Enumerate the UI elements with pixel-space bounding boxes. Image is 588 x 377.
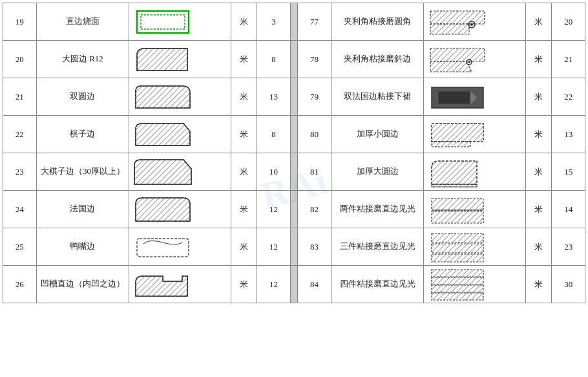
right-price: 22 <box>552 78 585 116</box>
left-price: 3 <box>257 3 291 41</box>
divider <box>290 228 297 266</box>
right-num: 79 <box>298 78 331 116</box>
left-img <box>129 228 231 266</box>
divider <box>290 266 297 303</box>
left-unit: 米 <box>231 153 257 191</box>
left-img <box>129 266 231 303</box>
right-img <box>424 153 526 191</box>
left-unit: 米 <box>231 41 257 78</box>
svg-rect-3 <box>430 11 485 24</box>
left-price: 12 <box>257 191 291 228</box>
right-num: 81 <box>298 153 331 191</box>
left-num: 24 <box>3 191 37 228</box>
left-num: 23 <box>3 153 37 191</box>
left-name: 棋子边 <box>36 116 129 153</box>
left-img <box>129 78 231 116</box>
left-unit: 米 <box>231 228 257 266</box>
left-price: 8 <box>257 41 291 78</box>
left-name: 凹槽直边（内凹之边） <box>36 266 129 303</box>
right-name: 双法国边粘接下裙 <box>331 78 423 116</box>
right-num: 77 <box>298 3 331 41</box>
right-price: 21 <box>552 41 585 78</box>
right-price: 13 <box>552 116 585 153</box>
right-img <box>424 3 526 41</box>
right-name: 夹利角粘接磨斜边 <box>331 41 423 78</box>
table-row: 23 大棋子边（30厚以上） 米 1081 加厚大圆边 米 15 <box>3 153 585 191</box>
right-unit: 米 <box>526 228 552 266</box>
divider <box>290 191 297 228</box>
left-num: 19 <box>3 3 37 41</box>
svg-rect-19 <box>432 142 470 147</box>
divider <box>290 41 297 78</box>
right-name: 三件粘接磨直边见光 <box>331 228 423 266</box>
left-unit: 米 <box>231 266 257 303</box>
divider <box>290 3 297 41</box>
page: RAi 19 直边烧面 米 377 夹利角粘接磨圆角 米 2020 大圆边 R1… <box>0 0 588 377</box>
table-row: 20 大圆边 R12 米 878 夹利角粘接磨斜边 米 21 <box>3 41 585 78</box>
right-price: 14 <box>552 191 585 228</box>
right-name: 加厚小圆边 <box>331 116 423 153</box>
svg-rect-9 <box>430 48 485 61</box>
right-num: 80 <box>298 116 331 153</box>
svg-rect-25 <box>432 199 483 210</box>
table-row: 22 棋子边 米 880 加厚小圆边 米 13 <box>3 116 585 153</box>
left-unit: 米 <box>231 191 257 228</box>
svg-rect-30 <box>432 233 483 242</box>
svg-rect-35 <box>432 270 483 277</box>
right-img <box>424 116 526 153</box>
right-name: 四件粘接磨直边见光 <box>331 266 423 303</box>
right-name: 加厚大圆边 <box>331 153 423 191</box>
left-img <box>129 3 231 41</box>
right-unit: 米 <box>526 3 552 41</box>
right-img <box>424 41 526 78</box>
right-unit: 米 <box>526 116 552 153</box>
right-img <box>424 228 526 266</box>
right-name: 夹利角粘接磨圆角 <box>331 3 423 41</box>
svg-rect-0 <box>137 11 189 33</box>
table-row: 21 双圆边 米 1379 双法国边粘接下裙 米 22 <box>3 78 585 116</box>
left-unit: 米 <box>231 3 257 41</box>
right-price: 20 <box>552 3 585 41</box>
left-num: 22 <box>3 116 37 153</box>
left-name: 法国边 <box>36 191 129 228</box>
svg-rect-22 <box>432 184 477 187</box>
right-img <box>424 266 526 303</box>
left-price: 12 <box>257 228 291 266</box>
svg-rect-38 <box>432 293 483 300</box>
svg-rect-32 <box>432 254 483 262</box>
left-num: 20 <box>3 41 37 78</box>
left-name: 鸭嘴边 <box>36 228 129 266</box>
left-img <box>129 41 231 78</box>
table-row: 24 法国边 米 1282 两件粘接磨直边见光 米 14 <box>3 191 585 228</box>
left-num: 25 <box>3 228 37 266</box>
right-img <box>424 191 526 228</box>
right-price: 23 <box>552 228 585 266</box>
left-price: 12 <box>257 266 291 303</box>
right-unit: 米 <box>526 191 552 228</box>
divider <box>290 116 297 153</box>
price-table: 19 直边烧面 米 377 夹利角粘接磨圆角 米 2020 大圆边 R12 米 <box>3 3 585 303</box>
svg-rect-31 <box>432 244 483 253</box>
svg-rect-36 <box>432 277 483 285</box>
left-num: 21 <box>3 78 37 116</box>
svg-point-6 <box>470 23 473 26</box>
svg-rect-14 <box>438 91 470 104</box>
right-num: 78 <box>298 41 331 78</box>
right-name: 两件粘接磨直边见光 <box>331 191 423 228</box>
divider <box>290 153 297 191</box>
left-name: 大圆边 R12 <box>36 41 129 78</box>
divider <box>290 78 297 116</box>
table-row: 19 直边烧面 米 377 夹利角粘接磨圆角 米 20 <box>3 3 585 41</box>
right-unit: 米 <box>526 266 552 303</box>
right-num: 84 <box>298 266 331 303</box>
svg-rect-26 <box>432 211 483 223</box>
right-unit: 米 <box>526 78 552 116</box>
left-name: 直边烧面 <box>36 3 129 41</box>
left-unit: 米 <box>231 116 257 153</box>
left-price: 10 <box>257 153 291 191</box>
svg-point-11 <box>468 61 470 63</box>
svg-rect-28 <box>137 239 189 257</box>
svg-rect-37 <box>432 285 483 292</box>
svg-rect-18 <box>432 124 483 142</box>
right-unit: 米 <box>526 153 552 191</box>
